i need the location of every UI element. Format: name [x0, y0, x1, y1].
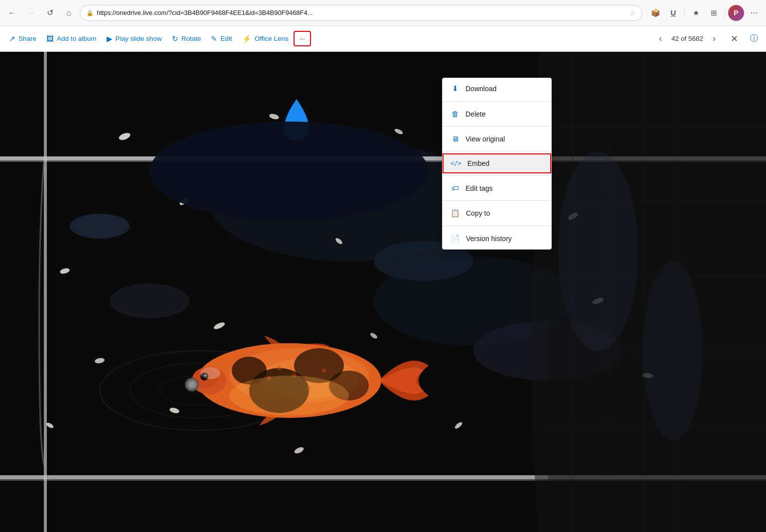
- edit-button[interactable]: ✎ Edit: [206, 31, 237, 46]
- app-toolbar: ↗ Share 🖼 Add to album ▶ Play slide show…: [0, 26, 766, 52]
- menu-separator-5: [443, 200, 551, 201]
- lens-icon: ⚡: [242, 34, 252, 43]
- menu-btn[interactable]: ···: [746, 5, 762, 21]
- url-text: https://onedrive.live.com/?cid=3B4B90F94…: [97, 9, 626, 16]
- view-original-icon: 🖥: [451, 134, 460, 143]
- svg-point-11: [70, 214, 130, 239]
- favorites-btn[interactable]: ★: [688, 5, 704, 21]
- svg-rect-10: [44, 52, 47, 532]
- edit-tags-icon: 🏷: [451, 184, 460, 192]
- play-icon: ▶: [107, 34, 113, 43]
- close-button[interactable]: ✕: [725, 30, 743, 48]
- share-icon: ↗: [9, 34, 15, 43]
- home-button[interactable]: ⌂: [61, 5, 77, 21]
- embed-icon: </>: [451, 160, 461, 167]
- collections-btn[interactable]: ⊞: [706, 5, 722, 21]
- reload-button[interactable]: ↺: [42, 5, 58, 21]
- rotate-button[interactable]: ↻ Rotate: [167, 31, 206, 46]
- forward-button[interactable]: →: [23, 5, 39, 21]
- star-icon: ☆: [629, 9, 636, 17]
- version-history-icon: 📄: [451, 234, 460, 243]
- browser-actions: 📦 U ★ ⊞ P ···: [647, 5, 762, 21]
- copy-to-icon: 📋: [451, 209, 460, 218]
- menu-separator-4: [443, 175, 551, 176]
- svg-point-67: [558, 151, 638, 351]
- menu-separator-6: [443, 226, 551, 226]
- rotate-icon: ↻: [172, 34, 178, 43]
- edit-icon: ✎: [211, 34, 217, 43]
- divider2: [725, 7, 725, 19]
- svg-point-33: [150, 122, 429, 221]
- previous-button[interactable]: ‹: [652, 31, 668, 47]
- download-icon: ⬇: [451, 84, 460, 93]
- navigation-section: ‹ 42 of 5682 › ✕ ⓘ: [652, 30, 762, 48]
- svg-point-43: [277, 366, 281, 370]
- copy-to-menu-item[interactable]: 📋 Copy to: [443, 203, 551, 224]
- avatar[interactable]: P: [728, 5, 744, 21]
- svg-point-56: [229, 376, 349, 415]
- delete-icon: 🗑: [451, 110, 460, 118]
- download-menu-item[interactable]: ⬇ Download: [443, 78, 551, 99]
- divider: [684, 7, 685, 19]
- share-button[interactable]: ↗ Share: [4, 31, 41, 46]
- next-button[interactable]: ›: [706, 31, 722, 47]
- browser-chrome: ← → ↺ ⌂ 🔒 https://onedrive.live.com/?cid…: [0, 0, 766, 26]
- svg-point-46: [322, 369, 326, 373]
- address-bar[interactable]: 🔒 https://onedrive.live.com/?cid=3B4B90F…: [80, 5, 642, 21]
- view-original-menu-item[interactable]: 🖥 View original: [443, 129, 551, 149]
- delete-menu-item[interactable]: 🗑 Delete: [443, 104, 551, 124]
- underline-btn[interactable]: U: [665, 5, 681, 21]
- version-history-menu-item[interactable]: 📄 Version history: [443, 228, 551, 249]
- svg-point-14: [110, 283, 189, 318]
- menu-separator-2: [443, 126, 551, 127]
- more-button[interactable]: ···: [294, 31, 311, 46]
- koi-scene: [0, 52, 766, 532]
- svg-point-54: [188, 381, 195, 388]
- menu-separator-3: [443, 151, 551, 151]
- back-button[interactable]: ←: [4, 5, 20, 21]
- add-to-album-button[interactable]: 🖼 Add to album: [41, 31, 102, 46]
- svg-point-55: [200, 367, 220, 379]
- menu-separator-1: [443, 101, 551, 102]
- album-icon: 🖼: [46, 34, 54, 43]
- nav-counter: 42 of 5682: [671, 35, 703, 42]
- embed-menu-item[interactable]: </> Embed: [443, 153, 551, 173]
- edit-tags-menu-item[interactable]: 🏷 Edit tags: [443, 178, 551, 198]
- image-area: ⬇ Download 🗑 Delete 🖥 View original </> …: [0, 52, 766, 532]
- info-button[interactable]: ⓘ: [746, 31, 762, 47]
- play-slide-show-button[interactable]: ▶ Play slide show: [102, 31, 167, 46]
- office-lens-button[interactable]: ⚡ Office Lens: [237, 31, 294, 46]
- extensions-btn[interactable]: 📦: [647, 5, 663, 21]
- svg-point-68: [643, 261, 703, 440]
- dropdown-menu: ⬇ Download 🗑 Delete 🖥 View original </> …: [442, 78, 552, 250]
- lock-icon: 🔒: [86, 9, 94, 16]
